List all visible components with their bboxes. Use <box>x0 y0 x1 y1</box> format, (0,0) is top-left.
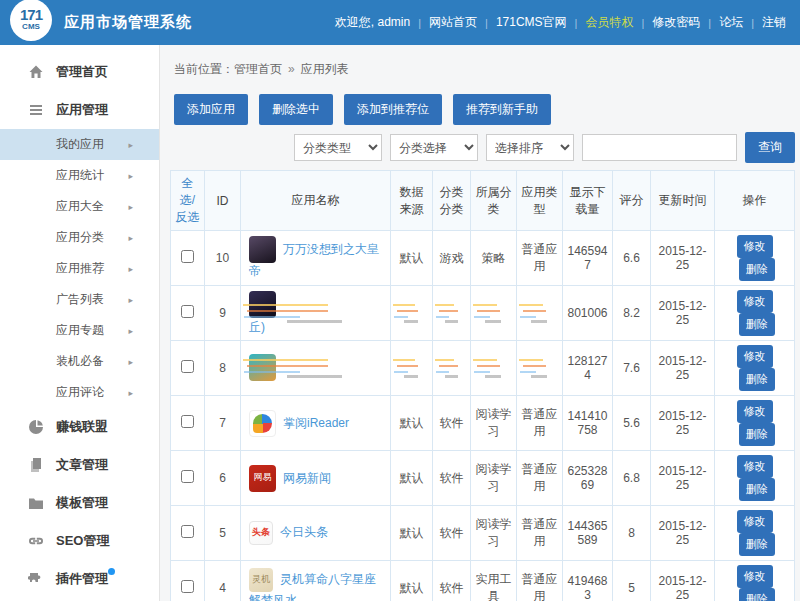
top-nav-link[interactable]: 欢迎您, admin <box>335 14 410 31</box>
home-icon <box>28 64 44 80</box>
app-name-link[interactable]: 网易新闻 <box>283 470 331 484</box>
sidebar-item-article-management[interactable]: 文章管理 <box>0 446 159 484</box>
delete-button[interactable]: 删除 <box>739 533 775 556</box>
row-checkbox[interactable] <box>181 250 194 263</box>
table-row: 8 1281274 7.6 2015-12-25 修改 删除 <box>171 341 795 396</box>
app-updated: 2015-12-25 <box>651 506 715 561</box>
row-checkbox[interactable] <box>181 360 194 373</box>
toolbar-action-button[interactable]: 添加到推荐位 <box>344 94 442 125</box>
app-name-link[interactable]: 丘) <box>249 319 387 336</box>
toolbar-action-button[interactable]: 删除选中 <box>259 94 333 125</box>
table-row: 10 万万没想到之大皇帝 默认 游戏 策略 普通应用 1465947 6.6 2… <box>171 231 795 286</box>
toolbar-action-button[interactable]: 添加应用 <box>174 94 248 125</box>
app-type: 普通应用 <box>517 561 563 601</box>
search-input[interactable] <box>582 134 737 161</box>
edit-button[interactable]: 修改 <box>737 510 773 533</box>
chevron-right-icon: ▸ <box>128 202 133 212</box>
sidebar-subitem[interactable]: 装机必备 ▸ <box>0 346 159 377</box>
delete-button[interactable]: 删除 <box>739 313 775 336</box>
top-nav-link[interactable]: 会员特权 <box>585 14 633 31</box>
edit-button[interactable]: 修改 <box>737 290 773 313</box>
filter-select[interactable]: 选择排序 <box>486 134 574 161</box>
delete-button[interactable]: 删除 <box>739 368 775 391</box>
delete-button[interactable]: 删除 <box>739 258 775 281</box>
chevron-right-icon: ▸ <box>128 357 133 367</box>
sidebar-subitem[interactable]: 应用推荐 ▸ <box>0 253 159 284</box>
row-checkbox[interactable] <box>181 525 194 538</box>
top-nav-link[interactable]: 修改密码 <box>652 14 700 31</box>
row-checkbox[interactable] <box>181 305 194 318</box>
sidebar-subitem[interactable]: 我的应用 ▸ <box>0 129 159 160</box>
filter-select[interactable]: 分类类型 <box>294 134 382 161</box>
sidebar-item-money-union[interactable]: 赚钱联盟 <box>0 408 159 446</box>
edit-button[interactable]: 修改 <box>737 345 773 368</box>
row-checkbox[interactable] <box>181 415 194 428</box>
query-button[interactable]: 查询 <box>745 132 795 163</box>
puzzle-icon <box>28 571 44 587</box>
top-nav-link[interactable]: 网站首页 <box>429 14 477 31</box>
chevron-right-icon: ▸ <box>128 326 133 336</box>
app-subcategory: 阅读学习 <box>471 396 517 451</box>
app-subcategory: 策略 <box>471 231 517 286</box>
table-row: 6 网易网易新闻 默认 软件 阅读学习 普通应用 62532869 6.8 20… <box>171 451 795 506</box>
sidebar-subitem[interactable]: 应用评论 ▸ <box>0 377 159 408</box>
column-header-id: ID <box>205 171 241 231</box>
sidebar-subitem[interactable]: 应用专题 ▸ <box>0 315 159 346</box>
breadcrumb-current: 应用列表 <box>301 62 349 76</box>
edit-button[interactable]: 修改 <box>737 400 773 423</box>
sidebar-subitem[interactable]: 应用大全 ▸ <box>0 191 159 222</box>
sidebar-item-app-management[interactable]: 应用管理 <box>0 91 159 129</box>
sidebar-item-home[interactable]: 管理首页 <box>0 53 159 91</box>
row-checkbox[interactable] <box>181 580 194 593</box>
app-name-link[interactable]: 今日头条 <box>280 525 328 539</box>
table-row: 9 丘) 801006 8.2 2015-12-25 修改 删 <box>171 286 795 341</box>
row-actions: 修改 删除 <box>715 561 795 601</box>
app-name-link[interactable]: 掌阅iReader <box>283 415 349 429</box>
app-rating: 6.8 <box>613 451 651 506</box>
select-all-header: 全选/反选 <box>171 171 205 231</box>
app-category: 软件 <box>433 451 471 506</box>
notification-dot <box>108 568 115 575</box>
app-id: 8 <box>205 341 241 396</box>
app-category: 游戏 <box>433 231 471 286</box>
delete-button[interactable]: 删除 <box>739 478 775 501</box>
top-nav-link[interactable]: 注销 <box>762 14 786 31</box>
select-all-link[interactable]: 全选/反选 <box>176 176 200 224</box>
toolbar-action-button[interactable]: 推荐到新手助 <box>453 94 551 125</box>
sidebar-item-seo-management[interactable]: SEO管理 <box>0 522 159 560</box>
app-downloads: 62532869 <box>563 451 613 506</box>
toolbar: 添加应用 删除选中 添加到推荐位 推荐到新手助 <box>174 94 795 125</box>
delete-button[interactable]: 删除 <box>739 588 775 601</box>
app-icon <box>249 236 276 263</box>
sidebar-subitem[interactable]: 广告列表 ▸ <box>0 284 159 315</box>
column-header-type: 应用类型 <box>517 171 563 231</box>
app-id: 4 <box>205 561 241 601</box>
edit-button[interactable]: 修改 <box>737 235 773 258</box>
row-actions: 修改 删除 <box>715 451 795 506</box>
top-nav-link[interactable]: 171CMS官网 <box>496 14 567 31</box>
row-checkbox[interactable] <box>181 470 194 483</box>
sidebar-subitem[interactable]: 应用分类 ▸ <box>0 222 159 253</box>
edit-button[interactable]: 修改 <box>737 565 773 588</box>
app-updated: 2015-12-25 <box>651 451 715 506</box>
sidebar-subitem-label: 应用专题 <box>56 322 104 339</box>
app-rating: 8 <box>613 506 651 561</box>
app-source: 默认 <box>391 396 433 451</box>
row-actions: 修改 删除 <box>715 396 795 451</box>
app-rating: 5.6 <box>613 396 651 451</box>
row-select-cell <box>171 231 205 286</box>
filter-select[interactable]: 分类选择 <box>390 134 478 161</box>
edit-button[interactable]: 修改 <box>737 455 773 478</box>
app-name-cell: 丘) <box>241 286 391 341</box>
breadcrumb-home-link[interactable]: 管理首页 <box>234 62 282 76</box>
app-downloads: 141410758 <box>563 396 613 451</box>
delete-button[interactable]: 删除 <box>739 423 775 446</box>
app-category: 软件 <box>433 396 471 451</box>
sidebar-subitem[interactable]: 应用统计 ▸ <box>0 160 159 191</box>
sidebar-item-template-management[interactable]: 模板管理 <box>0 484 159 522</box>
top-nav-link[interactable]: 论坛 <box>719 14 743 31</box>
table-header: 全选/反选 ID 应用名称 数据来源 分类分类 所属分类 应用类型 显示下载量 … <box>171 171 795 231</box>
app-category: 软件 <box>433 506 471 561</box>
app-name-cell: 网易网易新闻 <box>241 451 391 506</box>
sidebar-item-plugin-management[interactable]: 插件管理 <box>0 560 159 598</box>
